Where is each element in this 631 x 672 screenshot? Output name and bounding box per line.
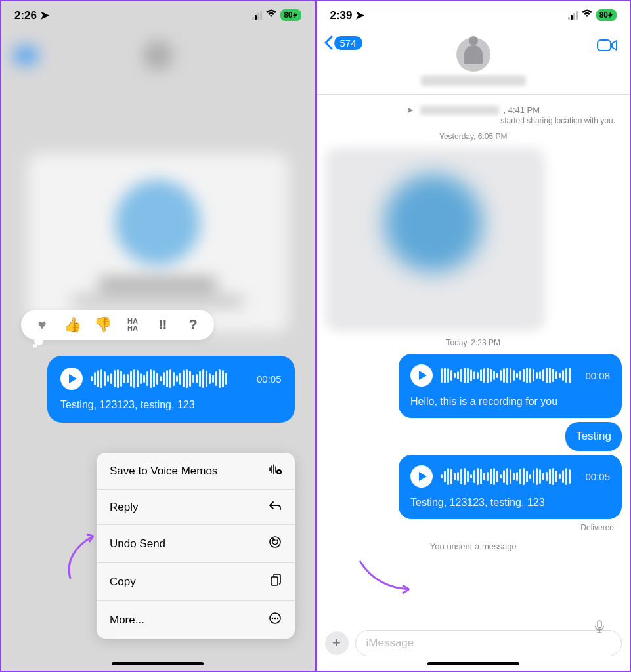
tapback-thumbs-up-icon[interactable]: 👍 (63, 316, 81, 333)
cellular-icon (252, 11, 262, 20)
svg-point-9 (274, 618, 275, 619)
delivered-status: Delivered (325, 523, 615, 532)
reply-arrow-icon (269, 500, 282, 514)
play-icon (419, 472, 427, 481)
message-input-bar: + iMessage (325, 630, 622, 656)
chevron-left-icon (324, 35, 333, 50)
svg-point-10 (276, 618, 278, 619)
system-text: , 4:41 PM (503, 105, 540, 115)
status-right: 80 (252, 9, 301, 22)
video-icon (597, 38, 618, 52)
status-right: 80 (568, 9, 617, 22)
waveform: document.write(Array.from({length:40},(_… (441, 366, 577, 385)
copy-icon (270, 574, 282, 590)
wifi-icon (265, 9, 277, 22)
redacted-name (420, 106, 499, 115)
plus-icon: + (332, 635, 341, 652)
timestamp-yesterday: Yesterday, 6:05 PM (325, 132, 622, 141)
menu-label: Reply (110, 501, 138, 514)
tapback-question-icon[interactable]: ? (184, 316, 202, 333)
play-button[interactable] (60, 368, 83, 390)
tapback-exclaim-icon[interactable]: ‼ (154, 316, 172, 333)
microphone-icon (594, 620, 605, 633)
back-button[interactable]: 574 (324, 35, 362, 50)
voice-duration: 00:08 (585, 370, 610, 381)
message-text: Testing (576, 430, 611, 442)
location-arrow-icon: ➤ (406, 105, 414, 115)
voice-duration: 00:05 (585, 471, 610, 482)
svg-rect-6 (271, 577, 278, 585)
status-bar: 2:39 ➤ 80 (317, 1, 630, 29)
text-message[interactable]: Testing (565, 422, 622, 451)
undo-circle-icon (269, 536, 282, 552)
battery-icon: 80 (596, 9, 617, 21)
wifi-icon (581, 9, 593, 22)
location-arrow-icon: ➤ (40, 9, 49, 22)
contact-avatar[interactable] (456, 37, 490, 72)
menu-more[interactable]: More... (97, 601, 295, 639)
status-time: 2:26 ➤ (14, 9, 49, 22)
unsent-notice: You unsent a message (325, 541, 622, 551)
screen-context-menu: 2:26 ➤ 80 ♥ 👍 👎 HA HA ‼ ? document.write… (0, 0, 316, 672)
menu-label: Copy (110, 576, 136, 589)
svg-rect-12 (598, 621, 601, 628)
status-time: 2:39 ➤ (330, 9, 365, 22)
conversation-header: 574 (317, 29, 630, 94)
svg-point-5 (270, 537, 280, 547)
location-arrow-icon: ➤ (355, 9, 364, 22)
add-attachment-button[interactable]: + (325, 631, 349, 655)
context-menu: Save to Voice Memos Reply Undo Send Copy… (97, 453, 295, 639)
menu-label: Save to Voice Memos (110, 465, 217, 478)
tapback-heart-icon[interactable]: ♥ (33, 316, 51, 333)
unread-count: 574 (334, 36, 362, 50)
tapback-thumbs-down-icon[interactable]: 👎 (93, 316, 112, 333)
menu-copy[interactable]: Copy (97, 563, 295, 601)
home-indicator[interactable] (112, 662, 204, 665)
battery-icon: 80 (280, 9, 301, 21)
system-message: ➤ , 4:41 PM (325, 105, 622, 115)
menu-save-voice-memos[interactable]: Save to Voice Memos (97, 453, 295, 490)
cellular-icon (568, 11, 578, 20)
home-indicator[interactable] (427, 662, 519, 665)
chat-area[interactable]: ➤ , 4:41 PM started sharing location wit… (317, 94, 630, 570)
voice-transcript: Hello, this is a recording for you (410, 396, 610, 408)
waveform: document.write(Array.from({length:40},(_… (441, 467, 577, 486)
location-shared-text: started sharing location with you. (325, 116, 622, 125)
dictation-button[interactable] (594, 620, 605, 637)
contact-name-redacted (421, 75, 526, 86)
play-icon (69, 374, 77, 383)
voice-duration: 00:05 (257, 373, 282, 385)
waveform-plus-icon (269, 463, 282, 478)
svg-rect-11 (598, 40, 611, 51)
annotation-arrow (60, 526, 106, 585)
play-button[interactable] (410, 465, 433, 488)
more-circle-icon (269, 612, 282, 628)
status-bar: 2:26 ➤ 80 (1, 1, 315, 29)
play-icon (419, 371, 427, 380)
image-message-blurred[interactable] (325, 148, 545, 331)
waveform: document.write(Array.from({length:42},(_… (91, 369, 249, 388)
play-button[interactable] (410, 364, 433, 387)
voice-transcript: Testing, 123123, testing, 123 (410, 497, 610, 509)
voice-message-bubble[interactable]: document.write(Array.from({length:42},(_… (47, 356, 295, 423)
voice-message-1[interactable]: document.write(Array.from({length:40},(_… (399, 354, 622, 418)
menu-label: Undo Send (110, 537, 165, 551)
facetime-button[interactable] (597, 37, 618, 57)
tapback-haha-icon[interactable]: HA HA (123, 318, 142, 332)
menu-reply[interactable]: Reply (97, 490, 295, 525)
menu-label: More... (110, 614, 144, 627)
voice-message-2[interactable]: document.write(Array.from({length:40},(_… (399, 455, 622, 519)
annotation-arrow (357, 558, 416, 597)
screen-conversation: 2:39 ➤ 80 574 ➤ , 4:41 PM started sharin… (316, 0, 632, 672)
person-icon (464, 45, 483, 64)
menu-undo-send[interactable]: Undo Send (97, 525, 295, 563)
message-input[interactable]: iMessage (355, 630, 622, 656)
svg-point-8 (271, 618, 272, 619)
timestamp-today: Today, 2:23 PM (325, 338, 622, 347)
voice-transcript: Testing, 123123, testing, 123 (60, 399, 282, 411)
tapback-menu: ♥ 👍 👎 HA HA ‼ ? (21, 310, 214, 340)
